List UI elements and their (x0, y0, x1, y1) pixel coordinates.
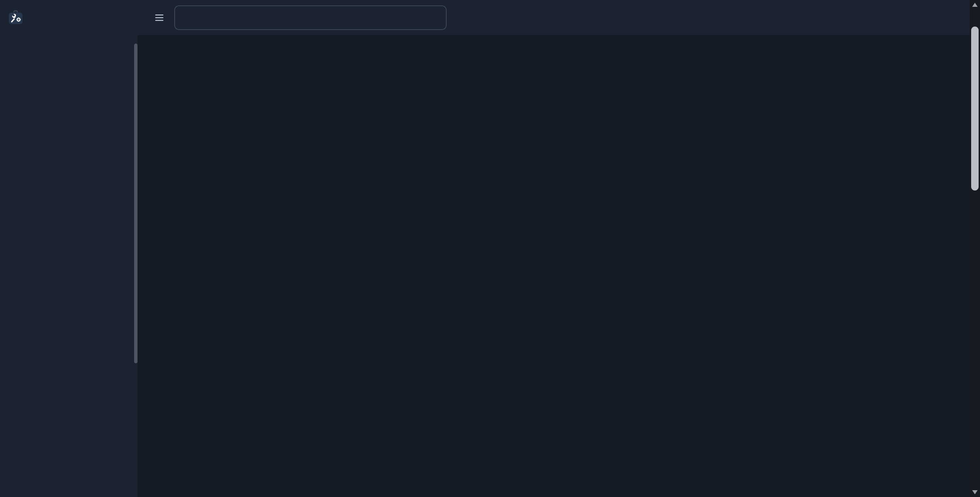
page-scrollbar[interactable] (970, 0, 980, 497)
app-screen (0, 0, 980, 497)
sidebar-scrollbar[interactable] (134, 44, 137, 363)
scrollbar-down-arrow-icon[interactable] (972, 490, 978, 494)
search-bar (174, 5, 447, 30)
topbar (0, 0, 980, 35)
search-input[interactable] (174, 5, 447, 30)
scrollbar-up-arrow-icon[interactable] (972, 3, 978, 7)
brand[interactable] (0, 10, 137, 26)
menu-icon[interactable] (152, 10, 167, 25)
toolbox-logo-icon (8, 10, 24, 26)
sidebar (0, 35, 137, 497)
main-content (137, 35, 970, 497)
scrollbar-thumb[interactable] (971, 27, 978, 191)
